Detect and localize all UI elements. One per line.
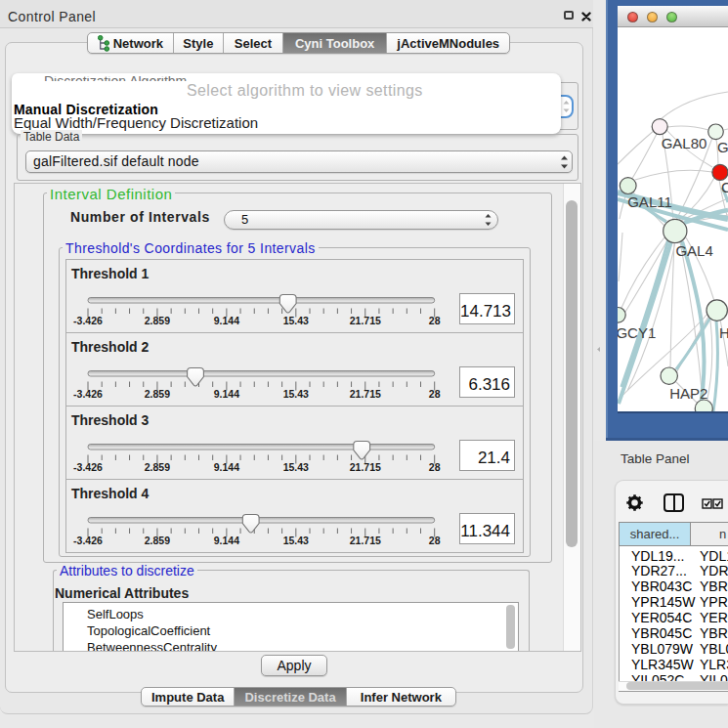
svg-text:2.859: 2.859 xyxy=(145,461,170,473)
svg-text:2.859: 2.859 xyxy=(145,535,170,546)
svg-text:21.715: 21.715 xyxy=(350,461,381,473)
svg-text:15.43: 15.43 xyxy=(283,461,309,473)
svg-text:2.859: 2.859 xyxy=(145,388,170,400)
svg-text:15.43: 15.43 xyxy=(283,388,309,400)
svg-text:2.859: 2.859 xyxy=(145,315,170,326)
svg-text:9.144: 9.144 xyxy=(214,315,239,326)
svg-text:HI: HI xyxy=(719,324,728,341)
svg-text:GAL11: GAL11 xyxy=(627,193,672,210)
svg-text:21.715: 21.715 xyxy=(350,535,381,546)
svg-text:HAP2: HAP2 xyxy=(669,385,707,402)
svg-text:GAL4: GAL4 xyxy=(675,242,712,259)
svg-text:GCY1: GCY1 xyxy=(618,324,656,341)
svg-text:-3.426: -3.426 xyxy=(73,315,103,326)
svg-text:-3.426: -3.426 xyxy=(73,461,103,473)
svg-text:GAL7: GAL7 xyxy=(717,139,728,155)
svg-text:21.715: 21.715 xyxy=(350,388,381,400)
svg-text:9.144: 9.144 xyxy=(214,388,239,400)
svg-text:9.144: 9.144 xyxy=(214,535,239,546)
svg-text:21.715: 21.715 xyxy=(350,315,381,326)
svg-text:CY: CY xyxy=(721,179,728,195)
svg-text:GAL80: GAL80 xyxy=(662,135,707,151)
svg-text:15.43: 15.43 xyxy=(283,315,309,326)
svg-text:28: 28 xyxy=(429,388,441,400)
svg-text:28: 28 xyxy=(429,315,441,326)
svg-text:-3.426: -3.426 xyxy=(73,535,103,546)
svg-text:9.144: 9.144 xyxy=(214,461,239,473)
svg-text:-3.426: -3.426 xyxy=(73,388,103,400)
svg-text:15.43: 15.43 xyxy=(283,535,309,546)
svg-text:28: 28 xyxy=(429,461,441,473)
svg-text:28: 28 xyxy=(429,535,441,546)
